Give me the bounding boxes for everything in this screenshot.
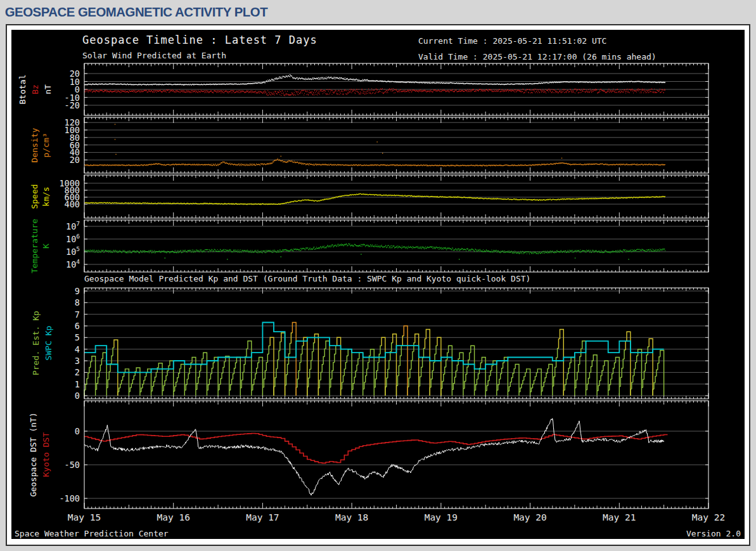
svg-text:106: 106: [66, 233, 80, 244]
svg-text:-100: -100: [59, 493, 80, 503]
current-time: Current Time : 2025-05-21 11:51:02 UTC: [418, 36, 606, 46]
ylabel-temperature: Temperature: [30, 219, 39, 273]
ylabel-pred-kp: Pred. Est. Kp: [31, 311, 41, 375]
svg-text:2: 2: [75, 367, 80, 377]
x-axis-label: May 15: [68, 512, 101, 522]
svg-text:6: 6: [75, 321, 80, 331]
x-axis-label: May 19: [425, 512, 458, 522]
page: { "header": { "title": "GEOSPACE GEOMAGN…: [0, 0, 756, 551]
svg-text:4: 4: [75, 344, 80, 354]
btotal-trace: [84, 75, 665, 85]
svg-text:3: 3: [75, 356, 80, 366]
mid-title: Geospace Model Predicted Kp and DST (Gro…: [84, 274, 530, 283]
x-axis-label: May 16: [157, 512, 190, 522]
x-axis-label: May 21: [603, 512, 636, 522]
ylabel-nt: nT: [43, 84, 53, 94]
x-axis-label: May 22: [692, 512, 725, 522]
kyoto-dst-trace: [84, 434, 668, 463]
svg-text:9: 9: [75, 286, 80, 296]
x-axis-label: May 20: [513, 512, 546, 522]
geospace-dst-trace: [84, 418, 664, 495]
plot-frame: 20100-10-2012010080604020100080060040010…: [6, 24, 750, 546]
geospace-plot-figure: 20100-10-2012010080604020100080060040010…: [11, 30, 745, 539]
svg-text:20: 20: [70, 155, 80, 165]
ylabel-btotal: Btotal: [18, 75, 27, 105]
page-title: GEOSPACE GEOMAGNETIC ACTIVITY PLOT: [0, 4, 267, 20]
svg-text:7: 7: [75, 309, 80, 320]
valid-time: Valid Time : 2025-05-21 12:17:00 (26 min…: [418, 52, 657, 62]
ylabel-density-unit: p/cm³: [41, 133, 51, 157]
svg-text:8: 8: [75, 297, 80, 308]
ylabel-bz: Bz: [30, 84, 40, 94]
page-header: GEOSPACE GEOMAGNETIC ACTIVITY PLOT: [0, 0, 756, 24]
svg-text:-20: -20: [65, 100, 80, 110]
ylabel-speed-unit: km/s: [41, 186, 51, 206]
figure-subtitle: Solar Wind Predicted at Earth: [82, 51, 226, 60]
ylabel-temperature-unit: K: [41, 243, 51, 249]
svg-text:5: 5: [75, 332, 80, 342]
footer-right: Version 2.0: [686, 529, 741, 538]
ylabel-speed: Speed: [30, 184, 39, 209]
ylabel-geospace-dst: Geospace DST (nT): [29, 412, 38, 496]
svg-text:105: 105: [66, 245, 80, 257]
speed-trace: [84, 194, 665, 205]
svg-text:0: 0: [75, 391, 80, 401]
chart-canvas: 20100-10-2012010080604020100080060040010…: [11, 30, 745, 539]
svg-text:1: 1: [75, 379, 80, 389]
ylabel-swpc-kp: SWPC Kp: [44, 326, 53, 361]
ylabel-density: Density: [30, 128, 39, 163]
x-axis-label: May 17: [246, 512, 279, 522]
svg-text:104: 104: [66, 258, 80, 269]
pred-est-kp-trace: [114, 330, 653, 396]
svg-text:-50: -50: [65, 460, 80, 470]
figure-title: Geospace Timeline : Latest 7 Days: [82, 34, 317, 46]
footer-left: Space Weather Prediction Center: [15, 529, 169, 538]
ylabel-kyoto-dst: Kyoto DST: [41, 432, 51, 477]
x-axis-label: May 18: [335, 512, 368, 522]
svg-text:107: 107: [66, 220, 80, 231]
svg-text:0: 0: [75, 426, 80, 436]
svg-text:400: 400: [65, 199, 80, 209]
